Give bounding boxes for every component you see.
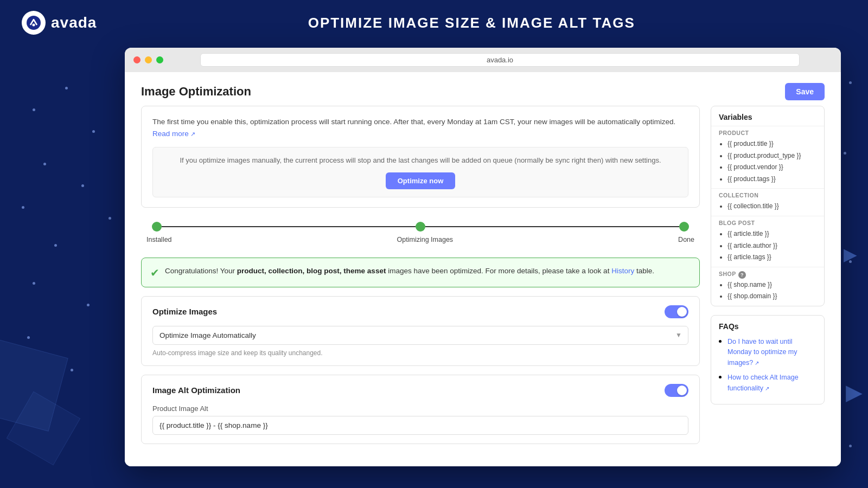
list-item: {{ product.product_type }} <box>727 150 816 162</box>
variables-box: Variables PRODUCT {{ product.title }} {{… <box>711 106 825 306</box>
optimize-now-button[interactable]: Optimize now <box>386 172 456 189</box>
optimize-images-title: Optimize Images <box>152 307 217 316</box>
list-item: {{ collection.title }} <box>727 201 816 213</box>
list-item: {{ article.author }} <box>727 240 816 252</box>
optimize-type-select-wrapper: Optimize Image Automatically Do Not Opti… <box>152 326 688 345</box>
progress-line-1 <box>162 226 416 227</box>
blog-post-variables-list: {{ article.title }} {{ article.author }}… <box>719 228 816 264</box>
optimize-type-select[interactable]: Optimize Image Automatically Do Not Opti… <box>152 326 688 345</box>
traffic-light-maximize[interactable] <box>156 56 163 63</box>
variables-title: Variables <box>711 106 824 126</box>
step-dot-installed <box>152 222 162 232</box>
success-text: Congratulations! Your product, collectio… <box>165 266 654 277</box>
info-box: The first time you enable this, optimiza… <box>141 106 700 208</box>
right-panel: Variables PRODUCT {{ product.title }} {{… <box>711 106 825 457</box>
image-alt-header: Image Alt Optimization <box>152 384 688 397</box>
shop-label-row: SHOP ? <box>719 271 816 279</box>
list-item: {{ shop.name }} <box>727 279 816 291</box>
step-label-optimizing: Optimizing Images <box>397 236 454 243</box>
image-alt-title: Image Alt Optimization <box>152 386 240 395</box>
faqs-title: FAQs <box>719 322 816 331</box>
traffic-light-minimize[interactable] <box>145 56 152 63</box>
product-variables-section: PRODUCT {{ product.title }} {{ product.p… <box>711 126 824 188</box>
step-label-done: Done <box>678 236 694 243</box>
faq-link-alt-check[interactable]: How to check Alt Image functionality <box>727 374 799 392</box>
info-main-text: The first time you enable this, optimiza… <box>152 116 688 139</box>
traffic-light-close[interactable] <box>133 56 141 63</box>
product-variables-label: PRODUCT <box>719 130 816 136</box>
list-item: {{ article.tags }} <box>727 252 816 264</box>
faq-link-monday[interactable]: Do I have to wait until Monday to optimi… <box>727 338 797 367</box>
toggle-thumb-alt <box>677 386 687 395</box>
list-item: {{ product.title }} <box>727 138 816 150</box>
image-alt-section: Image Alt Optimization Product Image Alt <box>141 375 700 444</box>
product-image-alt-input[interactable] <box>152 416 688 435</box>
faq-list: Do I have to wait until Monday to optimi… <box>719 336 816 394</box>
image-alt-toggle[interactable] <box>665 384 688 397</box>
faqs-box: FAQs Do I have to wait until Monday to o… <box>711 315 825 405</box>
shop-variables-label: SHOP <box>719 271 736 277</box>
product-variables-list: {{ product.title }} {{ product.product_t… <box>719 138 816 185</box>
svg-point-0 <box>27 16 41 30</box>
optimize-hint: Auto-compress image size and keep its qu… <box>152 349 688 357</box>
logo-text: avada <box>51 14 97 31</box>
left-panel: The first time you enable this, optimiza… <box>141 106 700 457</box>
svg-point-1 <box>33 24 35 27</box>
page-title: Image Optimization <box>141 85 251 99</box>
list-item: Do I have to wait until Monday to optimi… <box>727 336 816 368</box>
shop-help-icon[interactable]: ? <box>738 271 746 279</box>
manual-optimize-text: If you optimize images manually, the cur… <box>163 155 678 166</box>
list-item: {{ shop.domain }} <box>727 291 816 303</box>
success-icon: ✔ <box>150 266 159 279</box>
read-more-link[interactable]: Read more <box>152 130 195 138</box>
blog-post-variables-label: BLOG POST <box>719 220 816 226</box>
manual-optimize-box: If you optimize images manually, the cur… <box>152 147 688 197</box>
success-box: ✔ Congratulations! Your product, collect… <box>141 258 700 287</box>
toggle-thumb <box>677 307 687 317</box>
step-label-installed: Installed <box>146 236 172 243</box>
optimize-images-toggle[interactable] <box>665 305 688 318</box>
progress-bar-row <box>141 222 700 232</box>
progress-labels: Installed Optimizing Images Done <box>141 236 700 243</box>
url-bar[interactable]: avada.io <box>200 53 800 67</box>
optimize-images-header: Optimize Images <box>152 305 688 318</box>
content-header: Image Optimization Save <box>125 72 841 106</box>
list-item: {{ article.title }} <box>727 228 816 240</box>
shop-variables-section: SHOP ? {{ shop.name }} {{ shop.domain }} <box>711 267 824 306</box>
browser-titlebar: avada.io <box>125 48 841 72</box>
header-title: OPTIMIZE IMAGE SIZE & IMAGE ALT TAGS <box>97 15 846 31</box>
blog-post-variables-section: BLOG POST {{ article.title }} {{ article… <box>711 216 824 267</box>
optimize-images-section: Optimize Images Optimize Image Automatic… <box>141 296 700 366</box>
browser-content: Image Optimization Save The first time y… <box>125 72 841 466</box>
product-image-alt-label: Product Image Alt <box>152 404 688 413</box>
shop-variables-list: {{ shop.name }} {{ shop.domain }} <box>719 279 816 303</box>
list-item: {{ product.tags }} <box>727 174 816 185</box>
progress-section: Installed Optimizing Images Done <box>141 216 700 249</box>
list-item: How to check Alt Image functionality <box>727 372 816 393</box>
logo-icon <box>22 11 46 35</box>
step-dot-optimizing <box>416 222 425 232</box>
collection-variables-label: COLLECTION <box>719 192 816 198</box>
step-dot-done <box>679 222 689 232</box>
browser-window: avada.io Image Optimization Save The fir… <box>125 48 841 466</box>
header: avada OPTIMIZE IMAGE SIZE & IMAGE ALT TA… <box>0 0 868 46</box>
collection-variables-list: {{ collection.title }} <box>719 201 816 213</box>
collection-variables-section: COLLECTION {{ collection.title }} <box>711 188 824 216</box>
history-link[interactable]: History <box>611 267 634 275</box>
list-item: {{ product.vendor }} <box>727 162 816 174</box>
progress-line-2 <box>425 226 679 227</box>
logo-area: avada <box>22 11 97 35</box>
content-body: The first time you enable this, optimiza… <box>125 106 841 466</box>
save-button[interactable]: Save <box>785 83 825 100</box>
